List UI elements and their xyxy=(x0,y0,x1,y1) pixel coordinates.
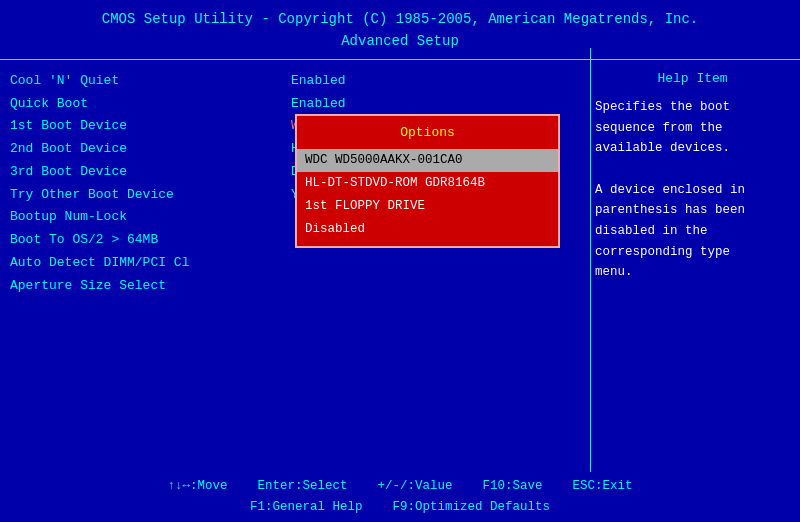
help-title: Help Item xyxy=(595,68,790,89)
menu-item-quick-boot[interactable]: Quick Boot xyxy=(10,93,275,116)
middle-values-panel: Enabled Enabled WDC WD5000AAKX-001C HL-D… xyxy=(285,62,585,494)
header-line2: Advanced Setup xyxy=(4,30,796,52)
value-cool-n-quiet: Enabled xyxy=(291,70,579,93)
footer-f9: F9:Optimized Defaults xyxy=(393,497,551,518)
menu-item-2nd-boot[interactable]: 2nd Boot Device xyxy=(10,138,275,161)
help-text: Specifies the boot sequence from the ava… xyxy=(595,97,790,283)
header-line1: CMOS Setup Utility - Copyright (C) 1985-… xyxy=(4,8,796,30)
value-quick-boot: Enabled xyxy=(291,93,579,116)
menu-item-1st-boot[interactable]: 1st Boot Device xyxy=(10,115,275,138)
help-panel: Help Item Specifies the boot sequence fr… xyxy=(585,62,800,494)
bios-header: CMOS Setup Utility - Copyright (C) 1985-… xyxy=(0,0,800,57)
menu-item-3rd-boot[interactable]: 3rd Boot Device xyxy=(10,161,275,184)
option-item-2[interactable]: 1st FLOPPY DRIVE xyxy=(297,195,558,218)
footer-row1: ↑↓↔:Move Enter:Select +/-/:Value F10:Sav… xyxy=(10,476,790,497)
menu-item-aperture[interactable]: Aperture Size Select xyxy=(10,275,275,298)
vertical-divider xyxy=(590,48,591,472)
footer-enter: Enter:Select xyxy=(257,476,347,497)
menu-item-auto-detect[interactable]: Auto Detect DIMM/PCI Cl xyxy=(10,252,275,275)
option-item-0[interactable]: WDC WD5000AAKX-001CA0 xyxy=(297,149,558,172)
footer-value: +/-/:Value xyxy=(377,476,452,497)
footer-move: ↑↓↔:Move xyxy=(167,476,227,497)
option-item-1[interactable]: HL-DT-STDVD-ROM GDR8164B xyxy=(297,172,558,195)
main-container: Cool 'N' Quiet Quick Boot 1st Boot Devic… xyxy=(0,62,800,494)
footer-esc: ESC:Exit xyxy=(573,476,633,497)
option-item-3[interactable]: Disabled xyxy=(297,218,558,241)
footer: ↑↓↔:Move Enter:Select +/-/:Value F10:Sav… xyxy=(0,472,800,523)
footer-f10: F10:Save xyxy=(483,476,543,497)
menu-item-bootup-numlock[interactable]: Bootup Num-Lock xyxy=(10,206,275,229)
options-title: Options xyxy=(297,120,558,149)
options-popup: Options WDC WD5000AAKX-001CA0 HL-DT-STDV… xyxy=(295,114,560,248)
menu-item-try-other[interactable]: Try Other Boot Device xyxy=(10,184,275,207)
menu-item-cool-n-quiet[interactable]: Cool 'N' Quiet xyxy=(10,70,275,93)
footer-row2: F1:General Help F9:Optimized Defaults xyxy=(10,497,790,518)
footer-f1: F1:General Help xyxy=(250,497,363,518)
left-menu-panel: Cool 'N' Quiet Quick Boot 1st Boot Devic… xyxy=(0,62,285,494)
menu-item-boot-os2[interactable]: Boot To OS/2 > 64MB xyxy=(10,229,275,252)
